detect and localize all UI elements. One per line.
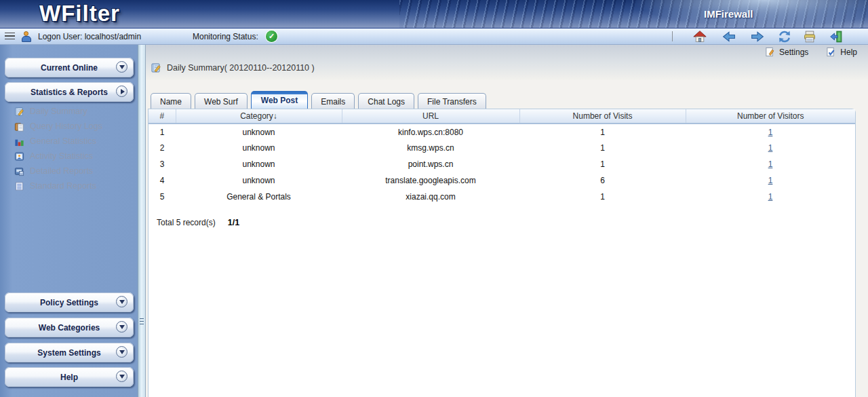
section-label: Statistics & Reports [31, 88, 108, 97]
sidebar-item-label: Standard Reports [30, 181, 96, 191]
sidebar-splitter[interactable] [138, 45, 146, 397]
settings-icon [765, 47, 775, 57]
lined-doc-icon [14, 181, 24, 191]
notebook-pencil-icon [14, 107, 24, 117]
cell-url: point.wps.cn [342, 156, 519, 172]
back-button[interactable] [721, 29, 737, 44]
cell-url: kinfo.wps.cn:8080 [342, 124, 519, 140]
table-row: 1 unknown kinfo.wps.cn:8080 1 1 [149, 124, 855, 140]
tab-web-surf[interactable]: Web Surf [195, 93, 248, 109]
status-ok-icon: ✓ [266, 31, 277, 42]
sidebar-item-daily-summary[interactable]: Daily Summary [0, 104, 138, 119]
chevron-down-icon[interactable] [116, 371, 127, 382]
home-button[interactable] [692, 29, 708, 44]
print-button[interactable] [802, 29, 818, 44]
sidebar-section-policy-settings[interactable]: Policy Settings [5, 292, 134, 312]
sidebar-item-detailed-reports[interactable]: Detailed Reports [0, 164, 138, 178]
tab-name[interactable]: Name [151, 93, 191, 109]
table-footer: Total 5 record(s) 1/1 [157, 218, 239, 227]
menu-icon[interactable] [5, 29, 16, 44]
sidebar-item-label: Query History Logs [30, 121, 102, 131]
tab-file-transfers[interactable]: File Transfers [418, 93, 486, 109]
tab-web-post[interactable]: Web Post [251, 91, 308, 109]
section-label: Policy Settings [40, 298, 98, 307]
chevron-right-icon[interactable] [116, 86, 127, 97]
back-icon [722, 30, 736, 43]
quick-links: Settings Help [765, 47, 857, 57]
cell-num: 5 [149, 189, 176, 205]
content-header-strip: Settings Help Daily [146, 45, 868, 80]
user-icon [20, 29, 33, 44]
sidebar-item-label: Activity Statistics [30, 151, 93, 161]
page-title: Daily Summary( 20120110--20120110 ) [167, 63, 315, 73]
toolbar-divider [672, 31, 673, 41]
col-header-num: # [149, 109, 176, 124]
refresh-icon [778, 30, 791, 43]
sidebar-item-general-statistics[interactable]: General Statistics [0, 134, 138, 149]
refresh-button[interactable] [776, 29, 793, 44]
splitter-grip-icon[interactable] [140, 299, 144, 343]
visitors-link[interactable]: 1 [768, 159, 773, 169]
clipboard-icon [14, 121, 24, 132]
top-banner: WFilter IMFirewall [0, 0, 868, 28]
chevron-down-icon[interactable] [116, 61, 127, 73]
section-label: Help [60, 373, 78, 382]
col-header-url[interactable]: URL [342, 109, 519, 124]
visitors-link[interactable]: 1 [768, 143, 773, 153]
sidebar-section-current-online[interactable]: Current Online [5, 58, 134, 77]
exit-button[interactable] [828, 29, 844, 44]
table-row: 5 General & Portals xiazai.qq.com 1 1 [149, 189, 855, 205]
tab-chat-logs[interactable]: Chat Logs [358, 93, 414, 109]
help-label: Help [840, 48, 857, 57]
sidebar: Current Online Statistics & Reports Dail… [0, 45, 138, 397]
notebook-pencil-icon [151, 62, 161, 73]
book-disk-icon [14, 166, 24, 176]
bar-chart-icon [14, 136, 24, 147]
visitors-link[interactable]: 1 [768, 128, 773, 137]
help-icon [826, 47, 836, 57]
settings-label: Settings [779, 48, 808, 57]
cell-url: kmsg.wps.cn [342, 140, 519, 156]
table-row: 4 unknown translate.googleapis.com 6 1 [149, 172, 855, 189]
cell-url: xiazai.qq.com [342, 189, 519, 205]
cell-visits: 1 [519, 124, 686, 140]
col-header-visits[interactable]: Number of Visits [519, 109, 686, 124]
cell-visitors: 1 [686, 172, 855, 189]
col-header-visitors[interactable]: Number of Visitors [686, 109, 855, 124]
sidebar-section-system-settings[interactable]: System Settings [5, 343, 134, 362]
cell-visitors: 1 [686, 140, 855, 156]
settings-link[interactable]: Settings [765, 47, 808, 57]
sidebar-section-web-categories[interactable]: Web Categories [5, 318, 134, 337]
tab-label: Emails [321, 97, 345, 107]
page-title-row: Daily Summary( 20120110--20120110 ) [151, 62, 315, 73]
chevron-down-icon[interactable] [116, 346, 127, 358]
table-row: 2 unknown kmsg.wps.cn 1 1 [149, 140, 855, 156]
visitors-link[interactable]: 1 [768, 176, 773, 185]
sidebar-item-activity-statistics[interactable]: Activity Statistics [0, 149, 138, 164]
web-post-table: # Category↓ URL Number of Visits Number … [149, 109, 855, 205]
visitors-link[interactable]: 1 [768, 192, 773, 202]
tab-emails[interactable]: Emails [311, 93, 355, 109]
print-icon [803, 30, 816, 43]
help-link[interactable]: Help [826, 47, 857, 57]
sidebar-section-help[interactable]: Help [5, 367, 134, 387]
cell-category: unknown [176, 124, 342, 140]
sidebar-item-query-history-logs[interactable]: Query History Logs [0, 119, 138, 134]
sidebar-item-label: Daily Summary [30, 107, 87, 116]
forward-button[interactable] [749, 29, 766, 44]
monitoring-status-label: Monitoring Status: [193, 29, 258, 44]
sidebar-item-standard-reports[interactable]: Standard Reports [0, 178, 138, 193]
statistics-reports-menu: Daily Summary Query History Logs [0, 104, 138, 193]
report-tabs: Name Web Surf Web Post Emails Chat Logs … [151, 91, 486, 109]
col-header-category[interactable]: Category↓ [176, 109, 342, 124]
sidebar-section-statistics-reports[interactable]: Statistics & Reports [5, 82, 134, 102]
section-label: System Settings [37, 348, 100, 358]
wfilter-app-window: WFilter IMFirewall Logon User: localhost… [0, 0, 868, 397]
exit-icon [829, 30, 843, 43]
cell-visitors: 1 [686, 124, 855, 140]
sidebar-item-label: General Statistics [30, 136, 96, 146]
chevron-down-icon[interactable] [116, 296, 127, 307]
home-icon [693, 30, 707, 43]
chevron-down-icon[interactable] [116, 321, 127, 333]
cell-visits: 1 [519, 156, 686, 172]
